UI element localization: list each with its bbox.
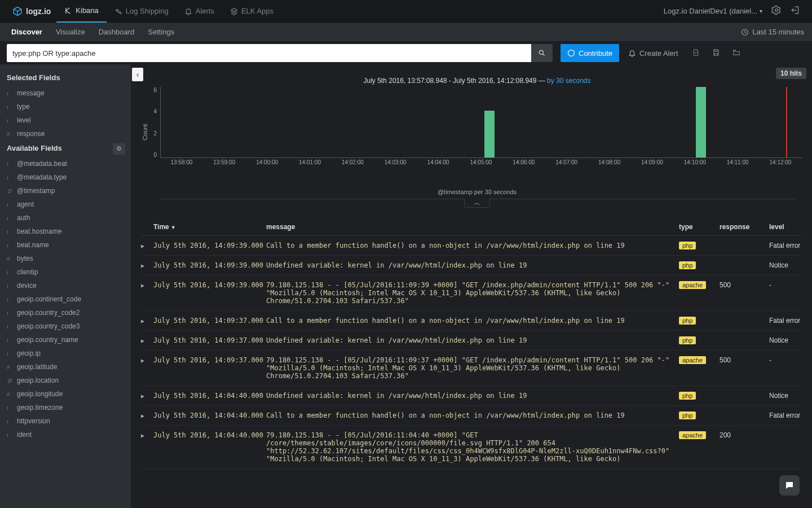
contribute-button[interactable]: Contribute [561, 44, 619, 62]
toggle-chart-button[interactable]: ︿ [464, 199, 490, 208]
col-level[interactable]: level [769, 223, 802, 231]
type-tag: apache [679, 356, 706, 364]
tab-dashboard[interactable]: Dashboard [92, 23, 142, 42]
search-input[interactable] [7, 44, 531, 62]
tab-visualize[interactable]: Visualize [49, 23, 92, 42]
field-geoip-location[interactable]: ⊚geoip.location [7, 374, 131, 387]
field-type[interactable]: ttype [7, 100, 131, 113]
field-geoip-ip[interactable]: tgeoip.ip [7, 347, 131, 360]
nav-log-shipping[interactable]: Log Shipping [107, 0, 176, 23]
field-geoip-country-name[interactable]: tgeoip.country_name [7, 333, 131, 347]
clock-icon [741, 28, 749, 36]
cube-icon [12, 6, 23, 16]
type-tag: php [679, 261, 696, 269]
help-chat-button[interactable] [779, 475, 800, 496]
open-search-button[interactable] [728, 49, 745, 58]
field-type-icon: t [7, 309, 14, 316]
col-type[interactable]: type [679, 223, 720, 231]
field-label: @timestamp [17, 187, 55, 195]
expand-row-button[interactable]: ▶ [141, 242, 153, 249]
field-message[interactable]: tmessage [7, 86, 131, 100]
nav-alerts[interactable]: Alerts [176, 0, 222, 23]
nav-kibana[interactable]: Kibana [56, 0, 106, 23]
field-type-icon: ⊚ [7, 377, 14, 384]
fields-settings-button[interactable]: ⚙ [113, 143, 125, 155]
field-geoip-continent-code[interactable]: tgeoip.continent_code [7, 292, 131, 306]
field-label: device [17, 282, 37, 290]
field-clientip[interactable]: tclientip [7, 265, 131, 279]
cell-message: Call to a member function handle() on a … [266, 242, 679, 249]
field-agent[interactable]: tagent [7, 198, 131, 211]
col-response[interactable]: response [720, 223, 769, 231]
expand-row-button[interactable]: ▶ [141, 261, 153, 269]
field-type-icon: t [7, 214, 14, 221]
tab-discover[interactable]: Discover [5, 23, 49, 42]
expand-row-button[interactable]: ▶ [141, 431, 153, 439]
expand-row-button[interactable]: ▶ [141, 336, 153, 344]
chart-bar[interactable] [696, 87, 706, 157]
cell-time: July 5th 2016, 14:04:40.000 [153, 431, 266, 439]
chart-xlabel: @timestamp per 30 seconds [152, 189, 802, 195]
chart-title: July 5th 2016, 13:57:08.948 - July 5th 2… [152, 77, 802, 85]
cell-level: - [769, 356, 802, 364]
field--timestamp[interactable]: ⊙@timestamp [7, 184, 131, 198]
cell-time: July 5th 2016, 14:09:39.000 [153, 261, 266, 269]
cube-icon [567, 49, 575, 57]
chat-icon [784, 480, 795, 491]
search-button[interactable] [531, 44, 553, 62]
settings-gear-button[interactable] [767, 5, 786, 17]
field-geoip-timezone[interactable]: tgeoip.timezone [7, 401, 131, 414]
field-geoip-longitude[interactable]: #geoip.longitude [7, 387, 131, 401]
chart-plot[interactable] [160, 87, 802, 158]
field-type-icon: # [7, 391, 14, 397]
field-type-icon: t [7, 431, 14, 438]
sort-desc-icon: ▼ [171, 225, 176, 230]
expand-row-button[interactable]: ▶ [141, 411, 153, 419]
chart-interval-link[interactable]: by 30 seconds [547, 77, 590, 85]
nav-elk-apps[interactable]: ELK Apps [222, 0, 281, 23]
collapse-sidebar-button[interactable]: ‹ [132, 68, 143, 81]
cell-type: php [679, 242, 720, 249]
new-search-button[interactable] [687, 49, 704, 58]
type-tag: php [679, 392, 696, 400]
field--metadata-type[interactable]: t@metadata.type [7, 170, 131, 184]
field-type-icon: t [7, 228, 14, 235]
table-header: Time▼ message type response level [141, 218, 802, 236]
type-tag: php [679, 336, 696, 344]
expand-row-button[interactable]: ▶ [141, 281, 153, 288]
field-label: auth [17, 214, 30, 222]
tab-settings[interactable]: Settings [141, 23, 181, 42]
field-response[interactable]: #response [7, 127, 131, 141]
field-level[interactable]: tlevel [7, 113, 131, 127]
cell-response: 500 [720, 356, 769, 364]
chart-bar[interactable] [484, 111, 495, 157]
field-bytes[interactable]: #bytes [7, 252, 131, 265]
expand-row-button[interactable]: ▶ [141, 392, 153, 399]
time-range-picker[interactable]: Last 15 minutes [733, 28, 812, 36]
field--metadata-beat[interactable]: t@metadata.beat [7, 157, 131, 170]
logout-button[interactable] [786, 5, 805, 17]
field-ident[interactable]: tident [7, 428, 131, 441]
create-alert-button[interactable]: Create Alert [623, 44, 684, 62]
account-menu[interactable]: Logz.io DanielDev1 (daniel... ▾ [659, 7, 767, 15]
field-beat-name[interactable]: tbeat.name [7, 238, 131, 252]
field-device[interactable]: tdevice [7, 279, 131, 292]
expand-row-button[interactable]: ▶ [141, 356, 153, 364]
field-auth[interactable]: tauth [7, 211, 131, 225]
field-type-icon: # [7, 130, 14, 137]
query-toolbar: Contribute Create Alert [0, 42, 812, 64]
col-time[interactable]: Time▼ [153, 223, 266, 231]
bell-icon [184, 7, 192, 15]
hits-badge: 10 hits [776, 68, 806, 79]
field-beat-hostname[interactable]: tbeat.hostname [7, 225, 131, 238]
col-message[interactable]: message [266, 223, 679, 231]
field-geoip-latitude[interactable]: #geoip.latitude [7, 360, 131, 374]
expand-row-button[interactable]: ▶ [141, 317, 153, 324]
field-geoip-country-code2[interactable]: tgeoip.country_code2 [7, 306, 131, 319]
field-httpversion[interactable]: thttpversion [7, 414, 131, 428]
field-label: geoip.longitude [17, 390, 63, 398]
field-geoip-country-code3[interactable]: tgeoip.country_code3 [7, 319, 131, 333]
brand-logo[interactable]: logz.io [7, 6, 56, 16]
table-row: ▶July 5th 2016, 14:09:37.00079.180.125.1… [141, 351, 802, 386]
save-search-button[interactable] [708, 49, 725, 58]
